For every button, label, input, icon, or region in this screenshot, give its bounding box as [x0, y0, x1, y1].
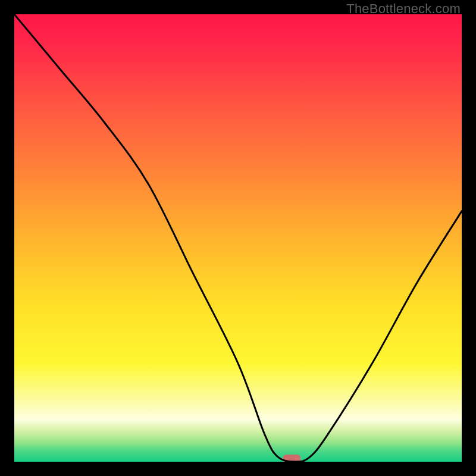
- gradient-background: [14, 14, 462, 462]
- chart-frame: [14, 14, 462, 462]
- bottleneck-chart: [14, 14, 462, 462]
- watermark-text: TheBottleneck.com: [346, 1, 461, 17]
